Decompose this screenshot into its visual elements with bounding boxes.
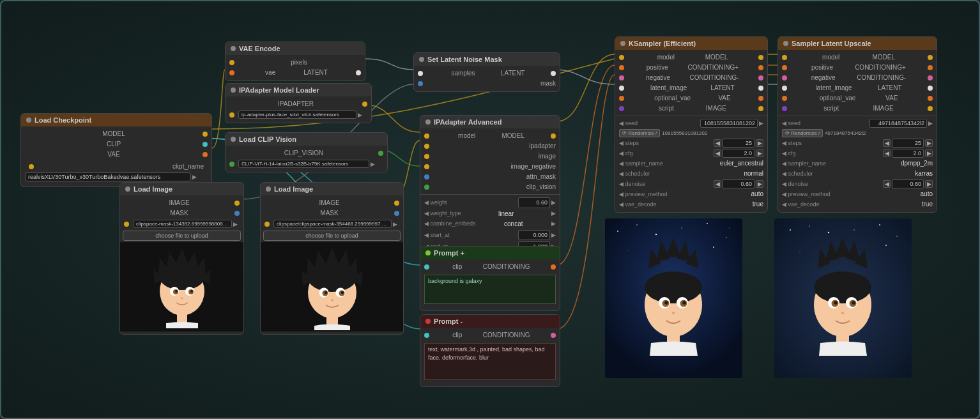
up-vaedecode-lbl: ◀ vae_decode [782,201,820,209]
up-steps-dec[interactable]: ◀ [883,139,891,147]
mask-row: mask [414,79,560,89]
ks-cfg-dec[interactable]: ◀ [714,149,721,157]
ks-steps-dec[interactable]: ◀ [714,139,721,147]
ipa-model-in [424,133,429,139]
load-clip-vision-node: Load CLIP Vision CLIP_VISION CLIP-ViT-H-… [225,132,388,172]
ks-seed-input[interactable] [700,119,758,128]
up-neg-in [782,75,787,80]
node-dot [231,88,236,93]
ks-denoise-dec[interactable]: ◀ [714,180,721,188]
img2-upload-btn[interactable]: choose file to upload [263,231,401,241]
up-model-out [928,55,933,60]
up-pos-out-lbl: CONDITIONING+ [855,63,906,72]
ipa-weight-val[interactable]: 0.60 [518,197,550,208]
ks-pos-lbl: positive [647,63,668,72]
prompt-minus-body: clip CONDITIONING [420,328,560,386]
clip-vision-out-label: CLIP_VISION [284,149,324,158]
svg-point-41 [627,250,627,250]
up-model-row: model MODEL [778,52,937,63]
clip-vision-file-wrap: CLIP-ViT-H-14-laion2B-s32B-b79K.safetens… [229,160,383,168]
model-label: MODEL [102,130,125,139]
up-cfg-dec[interactable]: ◀ [883,149,891,157]
ks-randomize-btn[interactable]: ⟳ Randomize / [619,129,660,137]
ckpt-input-field[interactable]: realvisXLV30Turbo_v30TurboBakedvae.safet… [25,172,191,181]
img1-image-port [234,201,240,206]
up-cfg-input[interactable] [892,149,924,158]
latent-out2-port [551,71,556,76]
up-scheduler-val: karras [915,169,933,178]
up-denoise-inc[interactable]: ▶ [925,180,933,188]
pixels-row: pixels [226,57,365,68]
up-steps-inc[interactable]: ▶ [925,139,933,147]
up-latent-out [928,86,933,91]
ipa-combine-val: concat [504,220,523,229]
ks-vaedecode-val: true [753,200,763,209]
ipa-ipadapter-row: ipadapter [420,141,560,151]
up-script-in [782,106,787,111]
samples-port [418,71,423,76]
ks-steps-inc[interactable]: ▶ [756,139,763,147]
ipadapter-file-port [229,112,234,118]
vae-encode-header: VAE Encode [226,42,365,55]
pm-textarea[interactable] [424,343,556,380]
pp-textarea[interactable] [424,275,556,304]
up-latent-lbl: latent_image [815,84,852,93]
up-preview-row: ◀ preview_method auto [778,189,937,199]
ks-seed-arrow-right: ▶ [759,119,763,128]
ipa-weight-ctrl: 0.60 ▶ [518,197,556,208]
clip-vision-file-input[interactable]: CLIP-ViT-H-14-laion2B-s32B-b79K.safetens… [238,160,369,168]
ks-denoise-input[interactable] [723,179,754,188]
up-latent-in [782,86,787,91]
img2-file-input[interactable]: clipspace/clipspace-mask-354468.29999999… [273,220,392,228]
up-cfg-inc[interactable]: ▶ [925,149,933,157]
up-denoise-dec[interactable]: ◀ [883,180,891,188]
ipa-clip-vision-row: clip_vision [420,182,560,192]
model-port [203,132,208,137]
ksampler-output-svg [605,218,742,378]
sampler-upscale-node: Sampler Latent Upscale model MODEL posit… [777,36,937,213]
pp-cond-out-lbl: CONDITIONING [483,263,530,271]
svg-point-42 [713,247,714,248]
ks-cfg-input[interactable] [723,149,754,158]
ipadapter-advanced-node: IPAdapter Advanced model MODEL ipadapter… [420,115,560,266]
upscale-header: Sampler Latent Upscale [778,37,937,50]
ks-randomize-row: ⟳ Randomize / 1081555831081202 [615,128,767,138]
ks-model-in [619,55,624,60]
ks-model-row: model MODEL [615,52,767,63]
img2-image-port [394,201,399,206]
up-seed-input[interactable] [869,119,927,128]
img1-upload-btn[interactable]: choose file to upload [123,231,241,241]
up-denoise-ctrl: ◀ ▶ [883,179,933,188]
ipadapter-file-row: ip-adapter-plus-face_sdxl_vit-h.safetens… [226,109,371,120]
ipa-model-out: MODEL [501,132,524,141]
svg-point-37 [655,234,657,235]
pp-clip-in [424,264,429,270]
up-denoise-input[interactable] [892,179,924,188]
ks-denoise-row: ◀ denoise ◀ ▶ [615,179,767,189]
ks-divider [615,116,767,116]
up-steps-input[interactable] [892,139,924,148]
ks-scheduler-row: ◀ scheduler normal [615,169,767,179]
ks-cfg-inc[interactable]: ▶ [756,149,763,157]
up-pos-in [782,65,787,70]
img2-mask-label: MASK [320,209,338,218]
svg-point-65 [896,236,898,237]
ipa-startat-val[interactable]: 0.000 [518,230,550,241]
ks-sampler-lbl: ◀ sampler_name [619,160,663,168]
ks-denoise-inc[interactable]: ▶ [756,180,763,188]
ks-sampler-val: euler_ancestral [720,159,763,168]
up-sampler-row: ◀ sampler_name dpmpp_2m [778,158,937,169]
ipa-weight-row: ◀ weight 0.60 ▶ [420,197,560,209]
ks-steps-input[interactable] [723,139,754,148]
up-randomize-btn[interactable]: ⟳ Randomize / [782,129,823,137]
img1-file-input[interactable]: clipspace-mask-134392.69999998808.png [t… [133,220,232,228]
up-vae-out-lbl: VAE [885,94,898,103]
up-seed-display: 4971848754342l2 [825,130,866,136]
ks-seed-ctrl: ▶ [700,119,763,128]
up-model-in [782,55,787,60]
ipadapter-advanced-title: IPAdapter Advanced [434,118,501,126]
ipadapter-file-input[interactable]: ip-adapter-plus-face_sdxl_vit-h.safetens… [238,110,356,119]
img2-anime-svg [294,244,371,330]
svg-marker-17 [326,247,339,264]
ks-cfg-ctrl: ◀ ▶ [714,149,763,158]
